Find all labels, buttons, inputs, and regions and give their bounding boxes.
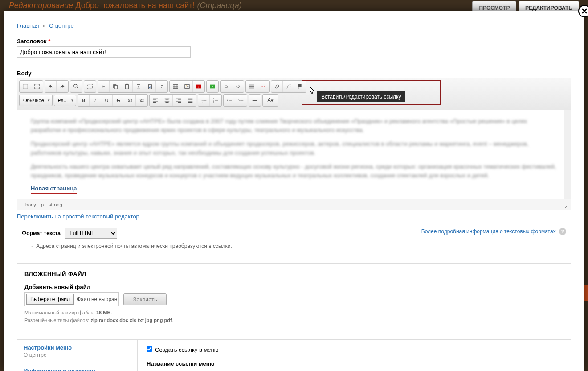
tab-bar: ПРОСМОТР РЕДАКТИРОВАТЬ <box>472 1 579 11</box>
tab-preview[interactable]: ПРОСМОТР <box>472 1 516 11</box>
header-suffix: (Страница) <box>197 1 242 10</box>
close-icon <box>582 8 587 11</box>
header-title: Добро пожаловать на наш сайт! <box>75 1 195 10</box>
tab-edit[interactable]: РЕДАКТИРОВАТЬ <box>519 1 579 11</box>
header-prefix: Редактирование <box>9 1 73 10</box>
